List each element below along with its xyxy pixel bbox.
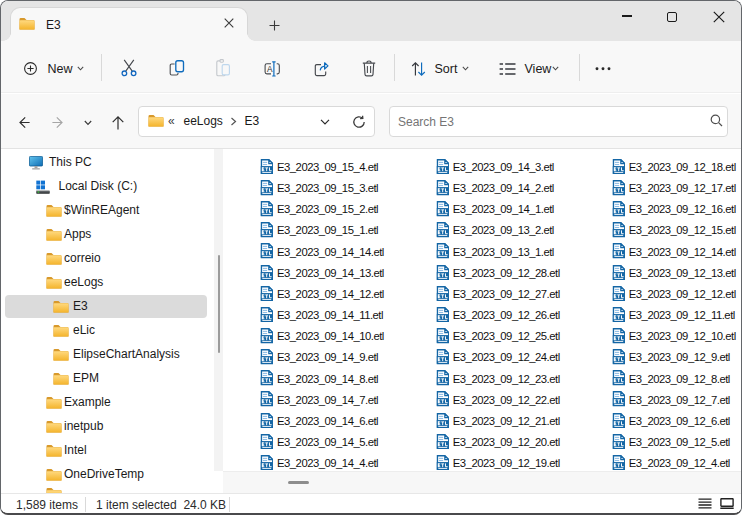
svg-text:A: A: [266, 64, 272, 74]
